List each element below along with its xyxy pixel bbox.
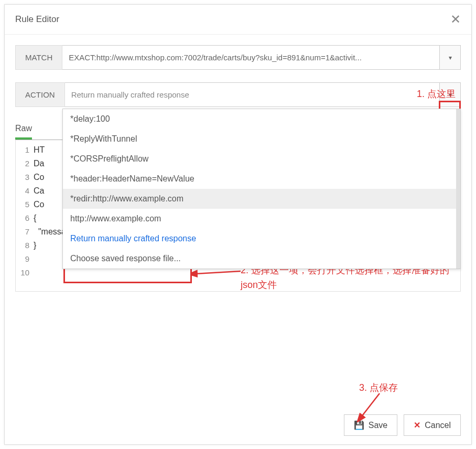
- match-dropdown-caret[interactable]: ▾: [440, 45, 461, 70]
- cancel-icon: ✕: [414, 420, 420, 430]
- close-button[interactable]: ✕: [450, 12, 461, 27]
- action-row: ACTION Return manually crafted response …: [15, 82, 461, 107]
- action-label: ACTION: [15, 82, 65, 107]
- dropdown-item[interactable]: *delay:100: [63, 109, 460, 129]
- match-row: MATCH EXACT:http://www.mtxshop.com:7002/…: [15, 45, 461, 70]
- dialog-body: MATCH EXACT:http://www.mtxshop.com:7002/…: [5, 35, 471, 302]
- dialog-footer: 💾 Save ✕ Cancel: [344, 414, 461, 436]
- dropdown-item[interactable]: *ReplyWithTunnel: [63, 129, 460, 149]
- save-icon: 💾: [354, 420, 364, 430]
- dropdown-item[interactable]: Choose saved response file...: [63, 249, 460, 269]
- match-label: MATCH: [15, 45, 62, 70]
- dropdown-item[interactable]: *CORSPreflightAllow: [63, 149, 460, 169]
- action-dropdown-panel: *delay:100 *ReplyWithTunnel *CORSPreflig…: [62, 109, 461, 269]
- chevron-down-icon: ▾: [449, 54, 452, 61]
- rule-editor-dialog: Rule Editor ✕ MATCH EXACT:http://www.mtx…: [4, 4, 472, 445]
- save-button[interactable]: 💾 Save: [344, 414, 397, 436]
- dropdown-item[interactable]: *header:HeaderName=NewValue: [63, 169, 460, 189]
- tab-raw[interactable]: Raw: [15, 120, 32, 140]
- close-icon: ✕: [450, 12, 461, 26]
- dropdown-item[interactable]: http://www.example.com: [63, 209, 460, 229]
- svg-line-1: [361, 393, 380, 417]
- cancel-label: Cancel: [425, 421, 451, 430]
- action-input[interactable]: Return manually crafted response: [65, 82, 440, 107]
- dropdown-item-selected[interactable]: Return manually crafted response: [63, 229, 460, 249]
- dialog-title: Rule Editor: [15, 14, 59, 25]
- cancel-button[interactable]: ✕ Cancel: [404, 414, 461, 436]
- annotation-step3: 3. 点保存: [359, 381, 398, 394]
- scrollbar[interactable]: [456, 109, 460, 269]
- code-gutter: 12345678910: [16, 140, 34, 291]
- dialog-header: Rule Editor ✕: [5, 5, 471, 35]
- annotation-step1: 1. 点这里: [417, 88, 456, 100]
- save-label: Save: [369, 421, 387, 430]
- dropdown-item[interactable]: *redir:http://www.example.com: [63, 189, 460, 209]
- match-input[interactable]: EXACT:http://www.mtxshop.com:7002/trade/…: [62, 45, 440, 70]
